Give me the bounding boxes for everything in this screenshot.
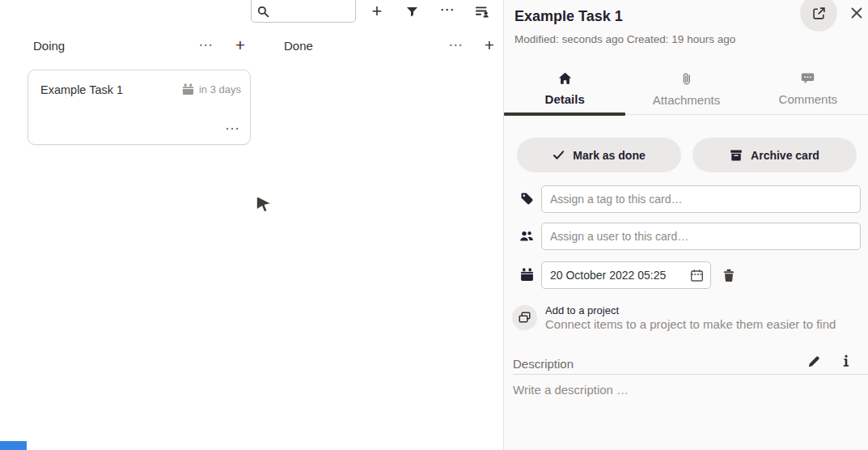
card-title: Example Task 1 <box>40 83 123 96</box>
task-detail-panel: Example Task 1 Modified: seconds ago Cre… <box>503 0 868 450</box>
column-title-done: Done <box>284 39 313 53</box>
add-to-project-title: Add to a project <box>545 304 619 316</box>
mark-as-done-label: Mark as done <box>573 149 645 162</box>
export-icon <box>812 6 826 20</box>
column-done-menu-button[interactable]: ⋯ <box>445 34 466 55</box>
plus-icon: + <box>372 2 383 20</box>
description-divider <box>513 374 868 375</box>
bottom-left-accent <box>0 441 27 450</box>
check-icon <box>553 150 565 160</box>
card-menu-button[interactable]: ⋯ <box>225 121 239 136</box>
tag-icon <box>520 192 534 206</box>
column-doing-add-button[interactable]: + <box>230 34 251 55</box>
column-doing-menu-button[interactable]: ⋯ <box>195 34 216 55</box>
description-placeholder[interactable]: Write a description … <box>513 383 629 397</box>
column-done-add-button[interactable]: + <box>479 34 500 55</box>
close-panel-button[interactable] <box>849 5 865 21</box>
tag-row <box>504 185 868 213</box>
close-icon <box>850 6 863 19</box>
chat-icon <box>801 72 815 85</box>
edit-description-button[interactable] <box>803 351 824 372</box>
users-icon <box>519 230 534 243</box>
more-icon: ⋯ <box>199 38 213 52</box>
more-icon: ⋯ <box>449 38 463 52</box>
more-icon: ⋯ <box>440 2 455 17</box>
plus-icon: + <box>485 36 494 53</box>
paperclip-icon <box>680 72 692 86</box>
tab-details[interactable]: Details <box>504 68 625 116</box>
open-in-window-button[interactable] <box>800 0 837 32</box>
mark-as-done-button[interactable]: Mark as done <box>517 138 681 172</box>
due-date-value: 20 October 2022 05:25 <box>550 269 666 282</box>
card-due-date: in 3 days <box>182 83 241 96</box>
task-card[interactable]: Example Task 1 in 3 days ⋯ <box>28 70 251 145</box>
add-to-project-button[interactable] <box>512 305 537 330</box>
add-to-project-row[interactable]: Add to a project Connect items to a proj… <box>504 303 868 335</box>
add-to-project-subtitle: Connect items to a project to make them … <box>545 317 836 331</box>
mouse-cursor <box>254 193 275 216</box>
board-menu-button[interactable]: ⋯ <box>436 0 459 20</box>
filter-button[interactable] <box>400 1 423 23</box>
panel-tabs: Details Attachments Comments <box>504 68 868 116</box>
archive-card-button[interactable]: Archive card <box>692 138 857 172</box>
home-icon <box>558 72 572 85</box>
archive-card-label: Archive card <box>751 149 819 162</box>
column-title-doing: Doing <box>33 39 65 53</box>
assign-tag-input[interactable] <box>541 185 861 213</box>
card-due-label: in 3 days <box>199 83 241 96</box>
view-options-button[interactable] <box>471 0 493 23</box>
search-icon <box>257 6 269 18</box>
assign-user-input[interactable] <box>541 223 861 250</box>
user-row <box>504 223 868 250</box>
pencil-icon <box>807 355 820 368</box>
filter-icon <box>406 6 418 18</box>
info-icon <box>842 354 850 368</box>
tab-attachments-label: Attachments <box>653 93 720 107</box>
stacked-windows-icon <box>518 311 531 325</box>
active-tab-indicator <box>504 112 625 116</box>
description-info-button[interactable] <box>836 350 857 371</box>
panel-meta: Modified: seconds ago Created: 19 hours … <box>514 33 735 45</box>
tab-comments[interactable]: Comments <box>747 68 868 116</box>
tab-details-label: Details <box>545 92 585 106</box>
panel-title: Example Task 1 <box>514 8 623 25</box>
tab-attachments[interactable]: Attachments <box>625 68 747 116</box>
date-picker-icon[interactable] <box>690 269 704 282</box>
search-box[interactable] <box>251 0 356 23</box>
add-card-toolbar-button[interactable]: + <box>366 0 388 23</box>
calendar-icon <box>182 83 194 96</box>
description-label: Description <box>513 357 574 371</box>
list-person-icon <box>476 5 489 18</box>
archive-icon <box>730 149 743 162</box>
due-date-row: 20 October 2022 05:25 <box>504 261 868 289</box>
plus-icon: + <box>235 36 245 53</box>
remove-date-button[interactable] <box>718 265 739 286</box>
calendar-icon <box>520 268 534 282</box>
due-date-field[interactable]: 20 October 2022 05:25 <box>541 261 711 289</box>
search-input[interactable] <box>273 6 354 18</box>
tab-comments-label: Comments <box>779 92 838 106</box>
trash-icon <box>722 269 735 282</box>
